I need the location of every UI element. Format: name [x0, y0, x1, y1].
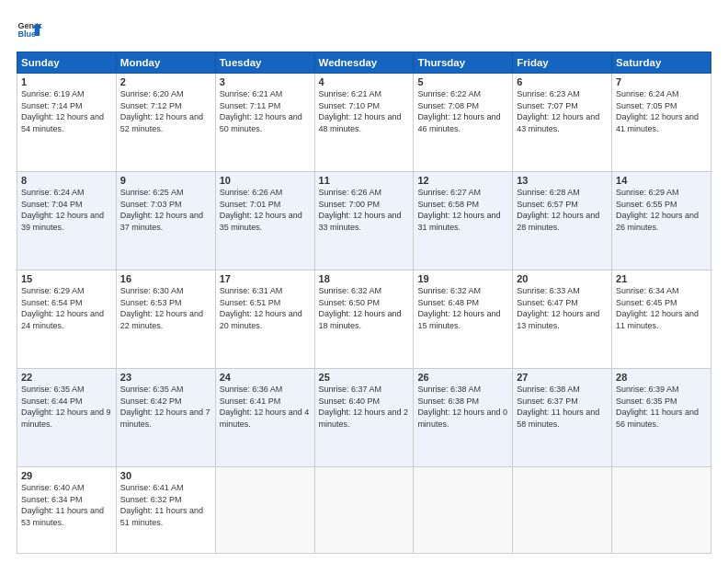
day-number: 24 [220, 372, 311, 383]
calendar-cell [314, 467, 414, 554]
calendar-cell: 15 Sunrise: 6:29 AMSunset: 6:54 PMDaylig… [17, 270, 117, 369]
calendar-cell: 14 Sunrise: 6:29 AMSunset: 6:55 PMDaylig… [612, 172, 711, 270]
day-info: Sunrise: 6:31 AMSunset: 6:51 PMDaylight:… [220, 286, 302, 330]
day-number: 3 [220, 76, 311, 87]
calendar-cell [612, 467, 711, 554]
day-info: Sunrise: 6:29 AMSunset: 6:54 PMDaylight:… [21, 286, 104, 330]
day-number: 22 [21, 372, 112, 383]
day-number: 26 [417, 372, 508, 383]
calendar-cell: 1 Sunrise: 6:19 AMSunset: 7:14 PMDayligh… [17, 74, 117, 172]
calendar-table: SundayMondayTuesdayWednesdayThursdayFrid… [17, 52, 711, 554]
day-info: Sunrise: 6:32 AMSunset: 6:48 PMDaylight:… [417, 286, 500, 330]
day-info: Sunrise: 6:40 AMSunset: 6:34 PMDaylight:… [21, 483, 104, 527]
weekday-header-row: SundayMondayTuesdayWednesdayThursdayFrid… [17, 52, 711, 74]
day-info: Sunrise: 6:28 AMSunset: 6:57 PMDaylight:… [517, 188, 599, 232]
calendar-cell: 22 Sunrise: 6:35 AMSunset: 6:44 PMDaylig… [17, 369, 117, 467]
calendar-cell: 21 Sunrise: 6:34 AMSunset: 6:45 PMDaylig… [612, 270, 711, 369]
calendar-cell: 11 Sunrise: 6:26 AMSunset: 7:00 PMDaylig… [314, 172, 414, 270]
day-info: Sunrise: 6:33 AMSunset: 6:47 PMDaylight:… [517, 286, 599, 330]
day-info: Sunrise: 6:29 AMSunset: 6:55 PMDaylight:… [616, 188, 699, 232]
day-info: Sunrise: 6:22 AMSunset: 7:08 PMDaylight:… [417, 89, 500, 133]
day-info: Sunrise: 6:24 AMSunset: 7:04 PMDaylight:… [21, 188, 104, 232]
day-info: Sunrise: 6:32 AMSunset: 6:50 PMDaylight:… [319, 286, 402, 330]
day-number: 6 [517, 76, 608, 87]
day-info: Sunrise: 6:20 AMSunset: 7:12 PMDaylight:… [120, 89, 203, 133]
day-info: Sunrise: 6:35 AMSunset: 6:42 PMDaylight:… [120, 385, 210, 429]
calendar-cell: 6 Sunrise: 6:23 AMSunset: 7:07 PMDayligh… [513, 74, 612, 172]
day-info: Sunrise: 6:24 AMSunset: 7:05 PMDaylight:… [616, 89, 699, 133]
day-info: Sunrise: 6:39 AMSunset: 6:35 PMDaylight:… [616, 385, 699, 429]
calendar-cell: 12 Sunrise: 6:27 AMSunset: 6:58 PMDaylig… [414, 172, 513, 270]
calendar-cell: 20 Sunrise: 6:33 AMSunset: 6:47 PMDaylig… [513, 270, 612, 369]
day-number: 27 [517, 372, 608, 383]
calendar-cell: 24 Sunrise: 6:36 AMSunset: 6:41 PMDaylig… [215, 369, 314, 467]
weekday-header-saturday: Saturday [612, 52, 711, 74]
day-info: Sunrise: 6:21 AMSunset: 7:11 PMDaylight:… [220, 89, 302, 133]
weekday-header-monday: Monday [116, 52, 215, 74]
day-info: Sunrise: 6:35 AMSunset: 6:44 PMDaylight:… [21, 385, 111, 429]
calendar-cell: 17 Sunrise: 6:31 AMSunset: 6:51 PMDaylig… [215, 270, 314, 369]
logo: General Blue [17, 17, 42, 42]
day-number: 29 [21, 470, 112, 481]
calendar-cell: 18 Sunrise: 6:32 AMSunset: 6:50 PMDaylig… [314, 270, 414, 369]
day-number: 14 [616, 175, 707, 186]
calendar-week-2: 8 Sunrise: 6:24 AMSunset: 7:04 PMDayligh… [17, 172, 711, 270]
day-info: Sunrise: 6:26 AMSunset: 7:00 PMDaylight:… [319, 188, 402, 232]
day-info: Sunrise: 6:38 AMSunset: 6:38 PMDaylight:… [417, 385, 507, 429]
page: General Blue SundayMondayTuesdayWednesda… [0, 0, 728, 563]
day-number: 30 [120, 470, 211, 481]
day-number: 11 [319, 175, 410, 186]
weekday-header-thursday: Thursday [414, 52, 513, 74]
day-info: Sunrise: 6:37 AMSunset: 6:40 PMDaylight:… [319, 385, 409, 429]
header: General Blue [17, 17, 711, 42]
calendar-cell: 4 Sunrise: 6:21 AMSunset: 7:10 PMDayligh… [314, 74, 414, 172]
weekday-header-friday: Friday [513, 52, 612, 74]
calendar-week-3: 15 Sunrise: 6:29 AMSunset: 6:54 PMDaylig… [17, 270, 711, 369]
calendar-cell: 10 Sunrise: 6:26 AMSunset: 7:01 PMDaylig… [215, 172, 314, 270]
day-number: 15 [21, 273, 112, 284]
day-number: 9 [120, 175, 211, 186]
svg-text:Blue: Blue [17, 29, 36, 39]
day-number: 28 [616, 372, 707, 383]
day-info: Sunrise: 6:27 AMSunset: 6:58 PMDaylight:… [417, 188, 500, 232]
day-number: 16 [120, 273, 211, 284]
calendar-cell: 13 Sunrise: 6:28 AMSunset: 6:57 PMDaylig… [513, 172, 612, 270]
calendar-cell: 9 Sunrise: 6:25 AMSunset: 7:03 PMDayligh… [116, 172, 215, 270]
calendar-cell: 27 Sunrise: 6:38 AMSunset: 6:37 PMDaylig… [513, 369, 612, 467]
calendar-cell: 25 Sunrise: 6:37 AMSunset: 6:40 PMDaylig… [314, 369, 414, 467]
day-number: 7 [616, 76, 707, 87]
day-number: 12 [417, 175, 508, 186]
day-number: 13 [517, 175, 608, 186]
calendar-cell [215, 467, 314, 554]
day-info: Sunrise: 6:30 AMSunset: 6:53 PMDaylight:… [120, 286, 203, 330]
calendar-cell: 2 Sunrise: 6:20 AMSunset: 7:12 PMDayligh… [116, 74, 215, 172]
day-info: Sunrise: 6:23 AMSunset: 7:07 PMDaylight:… [517, 89, 599, 133]
day-number: 4 [319, 76, 410, 87]
day-number: 19 [417, 273, 508, 284]
day-info: Sunrise: 6:36 AMSunset: 6:41 PMDaylight:… [220, 385, 310, 429]
weekday-header-wednesday: Wednesday [314, 52, 414, 74]
day-info: Sunrise: 6:26 AMSunset: 7:01 PMDaylight:… [220, 188, 302, 232]
weekday-header-tuesday: Tuesday [215, 52, 314, 74]
weekday-header-sunday: Sunday [17, 52, 117, 74]
calendar-cell [513, 467, 612, 554]
calendar-cell: 23 Sunrise: 6:35 AMSunset: 6:42 PMDaylig… [116, 369, 215, 467]
day-info: Sunrise: 6:21 AMSunset: 7:10 PMDaylight:… [319, 89, 402, 133]
calendar-cell: 30 Sunrise: 6:41 AMSunset: 6:32 PMDaylig… [116, 467, 215, 554]
calendar-cell: 8 Sunrise: 6:24 AMSunset: 7:04 PMDayligh… [17, 172, 117, 270]
day-number: 20 [517, 273, 608, 284]
day-number: 18 [319, 273, 410, 284]
logo-icon: General Blue [17, 17, 42, 42]
calendar-cell: 7 Sunrise: 6:24 AMSunset: 7:05 PMDayligh… [612, 74, 711, 172]
day-number: 2 [120, 76, 211, 87]
calendar-week-1: 1 Sunrise: 6:19 AMSunset: 7:14 PMDayligh… [17, 74, 711, 172]
calendar-cell [414, 467, 513, 554]
calendar-cell: 26 Sunrise: 6:38 AMSunset: 6:38 PMDaylig… [414, 369, 513, 467]
calendar-cell: 16 Sunrise: 6:30 AMSunset: 6:53 PMDaylig… [116, 270, 215, 369]
day-number: 17 [220, 273, 311, 284]
day-info: Sunrise: 6:38 AMSunset: 6:37 PMDaylight:… [517, 385, 599, 429]
day-number: 1 [21, 76, 112, 87]
calendar-week-4: 22 Sunrise: 6:35 AMSunset: 6:44 PMDaylig… [17, 369, 711, 467]
day-number: 8 [21, 175, 112, 186]
day-number: 5 [417, 76, 508, 87]
